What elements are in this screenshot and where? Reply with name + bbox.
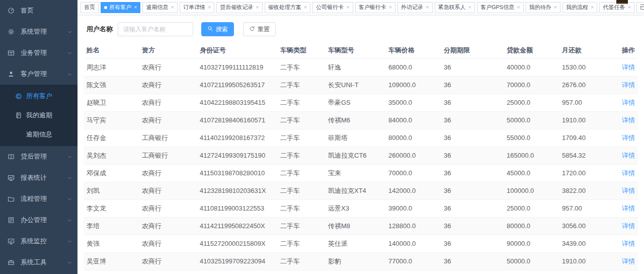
search-form: 用户名称 搜索 重置	[84, 22, 638, 37]
search-button[interactable]: 搜索	[201, 22, 234, 36]
table-cell: 36	[441, 94, 504, 111]
table-cell-action: 详情	[614, 199, 638, 217]
sidebar-item[interactable]: 报表统计	[0, 167, 77, 188]
detail-link[interactable]: 详情	[622, 257, 635, 265]
tab-close-icon[interactable]: ×	[208, 5, 211, 10]
tab-close-icon[interactable]: ×	[346, 5, 349, 10]
search-button-label: 搜索	[216, 25, 228, 34]
sidebar-item-label: 贷后管理	[21, 152, 47, 161]
tab-label: 紧急联系人	[438, 4, 466, 11]
reset-button[interactable]: 重置	[243, 22, 276, 36]
table-cell: 36	[441, 147, 504, 164]
tab-close-icon[interactable]: ×	[134, 5, 137, 10]
tab[interactable]: 客户GPS信息×	[477, 2, 524, 13]
table-cell: 36	[441, 58, 504, 76]
table-cell: 41152720000215809X	[197, 235, 277, 252]
tab[interactable]: 我的待办×	[526, 2, 560, 13]
detail-link[interactable]: 详情	[622, 240, 635, 247]
column-header: 车辆价格	[385, 43, 441, 58]
detail-link[interactable]: 详情	[622, 222, 635, 230]
table-cell: 45000.0	[504, 164, 559, 182]
table-cell: 刘凯	[84, 182, 139, 199]
table-cell: 36	[441, 217, 504, 235]
sidebar-item[interactable]: 系统管理	[0, 21, 77, 42]
detail-link[interactable]: 详情	[622, 81, 635, 89]
sidebar-item[interactable]: 流程管理	[0, 188, 77, 210]
sidebar-item[interactable]: 客户管理	[0, 63, 77, 85]
table-cell: 农商行	[139, 94, 197, 111]
tab[interactable]: 我的流程×	[562, 2, 597, 13]
sidebar: 首页系统管理业务管理客户管理所有客户我的逾期逾期信息贷后管理报表统计流程管理办公…	[0, 0, 77, 274]
sidebar-item[interactable]: 系统工具	[0, 252, 77, 273]
tab-bar: 首页所有客户×逾期信息×订单详情×贷后催收记录×催收处理方案×公司银行卡×客户银…	[77, 0, 644, 15]
tab-close-icon[interactable]: ×	[468, 5, 471, 10]
tab-close-icon[interactable]: ×	[256, 5, 259, 10]
tab[interactable]: 客户银行卡×	[355, 2, 395, 13]
tab-close-icon[interactable]: ×	[591, 5, 594, 10]
table-cell: 二手车	[277, 164, 325, 182]
search-input[interactable]	[118, 22, 193, 36]
detail-link[interactable]: 详情	[622, 152, 635, 159]
detail-link[interactable]: 详情	[622, 134, 635, 142]
table-cell: 410721199505263517	[197, 76, 277, 94]
detail-link[interactable]: 详情	[622, 116, 635, 124]
table-cell-action: 详情	[614, 252, 638, 270]
table-row: 李培农商行41142119950822450X二手车传祺M8128800.036…	[84, 217, 638, 235]
column-header: 车辆型号	[325, 43, 385, 58]
tab[interactable]: 逾期信息×	[142, 2, 177, 13]
detail-link[interactable]: 详情	[622, 169, 635, 177]
detail-link[interactable]: 详情	[622, 204, 635, 212]
tab[interactable]: 订单详情×	[180, 2, 214, 13]
table-cell-action: 详情	[614, 147, 638, 164]
table-cell: 1709.40	[559, 129, 614, 147]
table-cell: 40000.0	[504, 58, 559, 76]
table-cell: 36	[441, 129, 504, 147]
tab[interactable]: 所有客户×	[101, 2, 140, 13]
tab[interactable]: 公司银行卡×	[312, 2, 353, 13]
tab[interactable]: 外访记录×	[397, 2, 432, 13]
table-cell: 142000.0	[385, 182, 441, 199]
tab-close-icon[interactable]: ×	[554, 5, 557, 10]
workflow-icon	[8, 195, 16, 202]
detail-link[interactable]: 详情	[622, 63, 635, 71]
table-cell: 957.00	[559, 94, 614, 111]
detail-link[interactable]: 详情	[622, 99, 635, 106]
blank-icon	[15, 131, 22, 138]
table-row: 农商行二手车详情	[84, 270, 638, 274]
table-cell: 工商银行	[139, 147, 197, 164]
table-cell: 邓保成	[84, 164, 139, 182]
tab-close-icon[interactable]: ×	[517, 5, 520, 10]
table-cell: 36	[441, 199, 504, 217]
table-cell: 英仕派	[325, 235, 385, 252]
tab-close-icon[interactable]: ×	[304, 5, 307, 10]
table-cell: 农商行	[139, 235, 197, 252]
tab[interactable]: 紧急联系人×	[435, 2, 475, 13]
sidebar-subitem[interactable]: 所有客户	[0, 87, 77, 106]
sidebar-item[interactable]: 首页	[0, 0, 77, 21]
tools-icon	[8, 259, 16, 266]
sidebar-item[interactable]: 系统监控	[0, 231, 77, 252]
main-area: 首页所有客户×逾期信息×订单详情×贷后催收记录×催收处理方案×公司银行卡×客户银…	[77, 0, 644, 274]
table-cell: 赵晓卫	[84, 94, 139, 111]
tab[interactable]: 已办任务×	[636, 2, 644, 13]
tab-close-icon[interactable]: ×	[171, 5, 174, 10]
tab-close-icon[interactable]: ×	[627, 5, 630, 10]
tab[interactable]: 催收处理方案×	[265, 2, 310, 13]
sidebar-submenu: 所有客户我的逾期逾期信息	[0, 85, 77, 146]
tab-close-icon[interactable]: ×	[426, 5, 429, 10]
table-cell: 90000.0	[504, 235, 559, 252]
table-cell: 260000.0	[385, 147, 441, 164]
table-cell: 农商行	[139, 199, 197, 217]
sidebar-subitem[interactable]: 逾期信息	[0, 125, 77, 144]
chevron-up-icon	[67, 72, 72, 77]
table-cell: 100000.0	[504, 182, 559, 199]
column-header: 车辆类型	[277, 43, 325, 58]
sidebar-subitem[interactable]: 我的逾期	[0, 106, 77, 125]
tab-close-icon[interactable]: ×	[389, 5, 392, 10]
detail-link[interactable]: 详情	[622, 187, 635, 194]
tab[interactable]: 首页	[80, 2, 99, 13]
sidebar-item[interactable]: 办公管理	[0, 210, 77, 231]
sidebar-item[interactable]: 业务管理	[0, 42, 77, 63]
sidebar-item[interactable]: 贷后管理	[0, 146, 77, 167]
tab[interactable]: 贷后催收记录×	[216, 2, 262, 13]
